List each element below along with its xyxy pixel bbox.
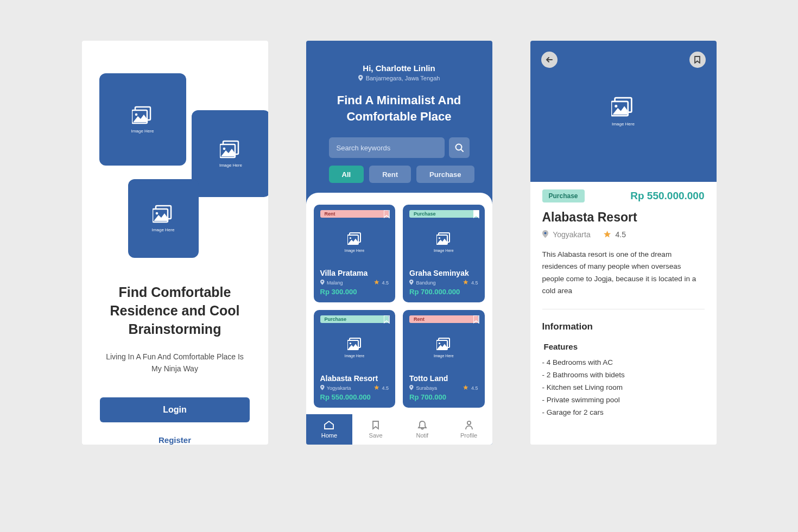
- onboarding-title: Find Comfortable Residence and Cool Brai…: [82, 283, 268, 338]
- image-placeholder-icon: [436, 232, 451, 245]
- login-button[interactable]: Login: [100, 397, 250, 422]
- star-icon: [374, 385, 379, 390]
- image-placeholder-card: Image Here: [192, 110, 268, 197]
- bookmark-button[interactable]: [473, 315, 479, 326]
- star-icon: [463, 385, 468, 390]
- detail-title: Alabasta Resort: [542, 210, 705, 225]
- bottom-nav: Home Save Notif Profile: [306, 414, 492, 445]
- save-button[interactable]: [689, 52, 706, 68]
- bookmark-button[interactable]: [384, 210, 390, 220]
- feature-item: Garage for 2 cars: [542, 407, 705, 419]
- image-placeholder-label: Image Here: [131, 129, 154, 134]
- star-icon: [604, 231, 611, 238]
- filter-purchase[interactable]: Purchase: [416, 166, 474, 183]
- detail-description: This Alabasta resort is one of the dream…: [542, 249, 705, 297]
- onboarding-subtitle: Living In A Fun And Comfortable Place Is…: [82, 351, 268, 375]
- nav-notif[interactable]: Notif: [399, 414, 446, 445]
- detail-rating: 4.5: [604, 230, 626, 239]
- feature-item: Kitchen set Living room: [542, 382, 705, 394]
- image-placeholder-label: Image Here: [344, 354, 364, 358]
- property-name: Villa Pratama: [320, 269, 389, 277]
- nav-home[interactable]: Home: [306, 414, 353, 445]
- property-rating: 4.5: [463, 280, 478, 286]
- card-image-placeholder: Image Here: [409, 323, 478, 372]
- search-input[interactable]: [329, 137, 445, 158]
- property-location: Malang: [320, 280, 343, 286]
- image-placeholder-label: Image Here: [434, 249, 454, 252]
- image-placeholder-label: Image Here: [344, 249, 364, 252]
- nav-save[interactable]: Save: [352, 414, 399, 445]
- listing-tag: Purchase: [409, 210, 478, 218]
- card-image-placeholder: Image Here: [409, 218, 478, 267]
- hero-title: Find A Minimalist And Comfortable Place: [317, 92, 482, 124]
- filter-rent[interactable]: Rent: [369, 166, 411, 183]
- bookmark-icon: [694, 56, 700, 64]
- listing-tag: Purchase: [320, 315, 389, 323]
- property-name: Totto Land: [409, 374, 478, 383]
- property-price: Rp 550.000.000: [320, 393, 389, 401]
- image-placeholder-card: Image Here: [99, 73, 186, 166]
- property-price: Rp 300.000: [320, 288, 389, 296]
- pin-icon: [358, 75, 363, 81]
- features-list: 4 Bedrooms with AC2 Bathrooms with bidet…: [542, 357, 705, 419]
- pin-icon: [409, 385, 414, 390]
- feature-item: 2 Bathrooms with bidets: [542, 369, 705, 382]
- home-header: Hi, Charlotte Linlin Banjarnegara, Jawa …: [306, 41, 492, 183]
- image-placeholder-label: Image Here: [152, 227, 175, 232]
- information-heading: Information: [542, 321, 705, 332]
- bookmark-icon: [372, 420, 379, 430]
- property-price: Rp 700.000: [409, 393, 478, 401]
- home-screen: Hi, Charlotte Linlin Banjarnegara, Jawa …: [306, 41, 492, 445]
- filter-all[interactable]: All: [329, 166, 364, 183]
- features-heading: Features: [544, 342, 705, 351]
- listing-tag: Rent: [409, 315, 478, 323]
- detail-price: Rp 550.000.000: [630, 190, 704, 202]
- image-placeholder-icon: [347, 232, 362, 245]
- property-name: Graha Seminyak: [409, 269, 478, 277]
- bookmark-button[interactable]: [473, 210, 479, 220]
- detail-sheet: Purchase Rp 550.000.000 Alabasta Resort …: [530, 172, 717, 445]
- bookmark-icon: [473, 210, 479, 218]
- property-card[interactable]: Rent Image Here Totto Land Surabaya 4.5 …: [403, 310, 485, 408]
- image-placeholder-card: Image Here: [128, 179, 199, 258]
- property-card[interactable]: Purchase Image Here Alabasta Resort Yogy…: [314, 310, 396, 408]
- property-card[interactable]: Purchase Image Here Graha Seminyak Bandu…: [403, 205, 485, 302]
- star-icon: [374, 280, 379, 285]
- home-icon: [324, 420, 334, 430]
- listing-tag: Purchase: [542, 189, 585, 202]
- property-location: Yogyakarta: [320, 385, 351, 391]
- listing-tag: Rent: [320, 210, 389, 218]
- detail-location: Yogyakarta: [542, 230, 591, 239]
- bookmark-icon: [384, 315, 390, 324]
- bookmark-button[interactable]: [384, 315, 390, 326]
- search-button[interactable]: [449, 137, 470, 158]
- property-rating: 4.5: [374, 385, 389, 391]
- svg-point-9: [467, 421, 470, 425]
- image-placeholder-icon: [153, 205, 174, 224]
- card-image-placeholder: Image Here: [320, 218, 389, 267]
- image-placeholder-icon: [347, 338, 362, 351]
- search-icon: [455, 143, 464, 152]
- divider: [542, 309, 705, 309]
- bell-icon: [417, 420, 427, 430]
- nav-profile[interactable]: Profile: [446, 414, 492, 445]
- image-placeholder-icon: [436, 338, 451, 351]
- listings-panel: Rent Image Here Villa Pratama Malang 4.5…: [306, 193, 492, 414]
- image-placeholder-icon: [220, 140, 242, 160]
- property-rating: 4.5: [374, 280, 389, 286]
- pin-icon: [320, 385, 325, 390]
- pin-icon: [542, 230, 549, 238]
- greeting-location: Banjarnegara, Jawa Tengah: [317, 75, 482, 81]
- pin-icon: [409, 280, 414, 285]
- star-icon: [463, 280, 468, 285]
- image-placeholder-label: Image Here: [612, 122, 635, 126]
- feature-item: Private swimming pool: [542, 394, 705, 407]
- bookmark-icon: [473, 315, 479, 324]
- greeting-name: Hi, Charlotte Linlin: [317, 64, 482, 73]
- property-card[interactable]: Rent Image Here Villa Pratama Malang 4.5…: [314, 205, 396, 302]
- onboarding-image-cards: Image Here Image Here Image Here: [82, 73, 268, 256]
- property-location: Bandung: [409, 280, 436, 286]
- feature-item: 4 Bedrooms with AC: [542, 357, 705, 369]
- register-link[interactable]: Register: [159, 435, 191, 445]
- back-button[interactable]: [541, 52, 558, 68]
